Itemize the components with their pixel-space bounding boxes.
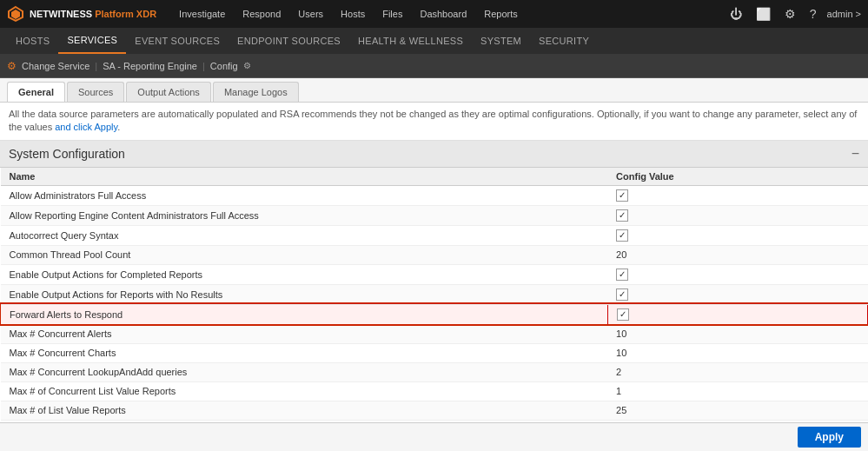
table-row[interactable]: Max # Concurrent LookupAndAdd queries2 (1, 362, 868, 381)
change-service-link[interactable]: Change Service (22, 61, 89, 71)
row-name: Forward Alerts to Respond (1, 304, 608, 324)
row-value[interactable]: 25 (607, 401, 867, 420)
row-value[interactable]: 20 (607, 245, 867, 264)
row-value[interactable] (607, 185, 867, 205)
tab-sources[interactable]: Sources (67, 82, 124, 102)
row-value[interactable]: 1 (607, 381, 867, 401)
row-name: Max # Concurrent Alerts (1, 324, 608, 343)
apply-bar: Apply (0, 422, 868, 451)
row-name: Allow Reporting Engine Content Administr… (1, 205, 608, 225)
checkbox[interactable] (616, 189, 628, 202)
config-label: Config (210, 61, 238, 71)
row-name: Allow Administrators Full Access (1, 185, 608, 205)
top-nav-items: Investigate Respond Users Hosts Files Da… (170, 0, 726, 28)
table-row[interactable]: Common Thread Pool Count20 (1, 245, 868, 264)
sub-nav-services[interactable]: SERVICES (58, 28, 126, 54)
monitor-icon[interactable]: ⬜ (752, 7, 774, 21)
table-row[interactable]: Allow Administrators Full Access (1, 185, 868, 205)
nav-dashboard[interactable]: Dashboard (411, 0, 475, 28)
service-name-label: SA - Reporting Engine (103, 61, 197, 71)
breadcrumb-bar: ⚙ Change Service | SA - Reporting Engine… (0, 54, 868, 78)
table-row[interactable]: Forward Alerts to Respond (1, 304, 868, 324)
netwitness-logo-icon (7, 5, 24, 23)
table-row[interactable]: Enable Output Actions for Reports with N… (1, 284, 868, 304)
breadcrumb-sep2: | (202, 61, 205, 71)
service-icon: ⚙ (7, 60, 17, 72)
info-message-text: All the data source parameters are autom… (9, 109, 857, 132)
table-row[interactable]: Max # Concurrent Alerts10 (1, 324, 868, 343)
table-row[interactable]: Autocorrect Query Syntax (1, 225, 868, 245)
checkbox[interactable] (616, 209, 628, 222)
apply-link[interactable]: and click Apply (55, 122, 117, 132)
sub-nav-security[interactable]: SECURITY (530, 28, 598, 54)
nav-reports[interactable]: Reports (475, 0, 527, 28)
sub-nav-health-wellness[interactable]: HEALTH & WELLNESS (349, 28, 472, 54)
row-name: Enable Output Actions for Reports with N… (1, 284, 608, 304)
row-value[interactable] (607, 225, 867, 245)
table-row[interactable]: Allow Reporting Engine Content Administr… (1, 205, 868, 225)
row-name: Max # Concurrent LookupAndAdd queries (1, 362, 608, 381)
help-icon[interactable]: ? (806, 7, 820, 21)
row-value[interactable] (607, 304, 867, 324)
table-row[interactable]: Max # of List Value Reports25 (1, 401, 868, 420)
checkbox[interactable] (616, 269, 628, 281)
table-row[interactable]: Enable Output Actions for Completed Repo… (1, 264, 868, 284)
col-config-value: Config Value (607, 168, 867, 186)
sub-nav-hosts[interactable]: HOSTS (7, 28, 58, 54)
col-name: Name (1, 168, 608, 186)
row-name: Max # Concurrent Charts (1, 343, 608, 362)
tools-icon[interactable]: ⚙ (781, 7, 799, 21)
nav-respond[interactable]: Respond (234, 0, 289, 28)
tab-general[interactable]: General (7, 82, 65, 102)
row-value[interactable]: 2 (607, 362, 867, 381)
top-nav: NETWITNESS Platform XDR Investigate Resp… (0, 0, 868, 28)
sub-nav-event-sources[interactable]: EVENT SOURCES (126, 28, 229, 54)
row-name: Max # of Concurrent List Value Reports (1, 381, 608, 401)
table-row[interactable]: Max # Concurrent Charts10 (1, 343, 868, 362)
config-table: Name Config Value Allow Administrators F… (0, 168, 868, 451)
apply-button[interactable]: Apply (798, 427, 861, 448)
power-icon[interactable]: ⏻ (726, 7, 745, 21)
row-value[interactable]: 10 (607, 324, 867, 343)
table-row[interactable]: Max # of Concurrent List Value Reports1 (1, 381, 868, 401)
nav-users[interactable]: Users (289, 0, 332, 28)
nav-hosts[interactable]: Hosts (332, 0, 374, 28)
tab-manage-logos[interactable]: Manage Logos (213, 82, 299, 102)
breadcrumb-sep1: | (95, 61, 97, 71)
row-value[interactable] (607, 264, 867, 284)
row-value[interactable]: 10 (607, 343, 867, 362)
checkbox[interactable] (616, 289, 628, 301)
sub-nav: HOSTS SERVICES EVENT SOURCES ENDPOINT SO… (0, 28, 868, 54)
page-wrapper: NETWITNESS Platform XDR Investigate Resp… (0, 0, 868, 451)
row-name: Common Thread Pool Count (1, 245, 608, 264)
info-message: All the data source parameters are autom… (0, 103, 868, 141)
logo-area: NETWITNESS Platform XDR (7, 5, 156, 23)
svg-marker-1 (11, 10, 20, 19)
admin-button[interactable]: admin > (827, 9, 861, 19)
platform-text: Platform XDR (95, 9, 156, 19)
tab-output-actions[interactable]: Output Actions (126, 82, 211, 102)
tabs-bar: General Sources Output Actions Manage Lo… (0, 78, 868, 103)
config-settings-icon[interactable]: ⚙ (243, 61, 251, 70)
system-config-toggle[interactable]: − (851, 146, 859, 162)
scrollable-content[interactable]: System Configuration − Name Config Value… (0, 141, 868, 451)
system-config-title: System Configuration (9, 147, 125, 161)
row-value[interactable] (607, 284, 867, 304)
top-nav-right: ⏻ ⬜ ⚙ ? admin > (726, 7, 861, 21)
nav-investigate[interactable]: Investigate (170, 0, 234, 28)
row-name: Max # of List Value Reports (1, 401, 608, 420)
row-name: Autocorrect Query Syntax (1, 225, 608, 245)
system-config-header[interactable]: System Configuration − (0, 141, 868, 168)
nav-files[interactable]: Files (374, 0, 411, 28)
logo-name: NETWITNESS (30, 9, 92, 19)
sub-nav-system[interactable]: SYSTEM (472, 28, 530, 54)
checkbox[interactable] (616, 229, 628, 242)
row-name: Enable Output Actions for Completed Repo… (1, 264, 608, 284)
row-value[interactable] (607, 205, 867, 225)
checkbox[interactable] (617, 308, 629, 321)
logo-text: NETWITNESS Platform XDR (30, 9, 156, 19)
system-config-section: System Configuration − Name Config Value… (0, 141, 868, 451)
sub-nav-endpoint-sources[interactable]: ENDPOINT SOURCES (229, 28, 349, 54)
